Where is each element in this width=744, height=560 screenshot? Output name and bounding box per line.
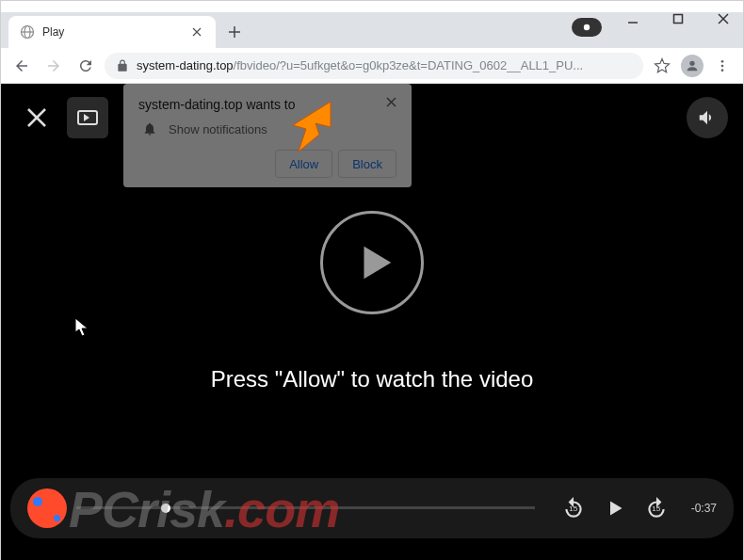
nav-forward-button[interactable] xyxy=(40,53,67,79)
svg-marker-21 xyxy=(84,114,89,121)
skip-back-label: 15 xyxy=(569,504,577,513)
profile-avatar-button[interactable] xyxy=(681,55,704,77)
notification-overlay xyxy=(123,84,412,195)
svg-marker-23 xyxy=(610,502,623,516)
svg-marker-22 xyxy=(364,247,392,280)
play-button[interactable] xyxy=(603,496,627,520)
url-domain: system-dating.top xyxy=(137,58,234,72)
svg-point-13 xyxy=(721,60,724,63)
player-logo-icon xyxy=(27,488,67,528)
browser-tab-play[interactable]: Play xyxy=(8,16,216,48)
big-play-button[interactable] xyxy=(320,211,424,314)
svg-point-15 xyxy=(721,69,724,72)
svg-point-11 xyxy=(584,24,590,30)
window-controls xyxy=(621,7,736,31)
cursor-icon xyxy=(74,317,89,338)
skip-forward-button[interactable]: 15 xyxy=(644,496,669,520)
progress-slider[interactable] xyxy=(76,506,535,510)
page-content: system-dating.top wants to Show notifica… xyxy=(1,84,743,560)
theater-mode-button[interactable] xyxy=(67,97,108,138)
skip-forward-label: 15 xyxy=(652,504,660,513)
volume-button[interactable] xyxy=(687,97,728,138)
globe-icon xyxy=(20,24,35,40)
nav-back-button[interactable] xyxy=(8,53,35,79)
browser-window: Play system-dating.top/fbvideo/?u=5uf xyxy=(0,0,744,560)
svg-point-12 xyxy=(689,60,694,65)
player-top-left xyxy=(16,97,108,138)
svg-rect-1 xyxy=(674,15,683,24)
player-bottom-bar: 15 15 -0:37 xyxy=(10,478,734,538)
new-tab-button[interactable] xyxy=(221,19,248,45)
pointer-arrow-icon xyxy=(283,97,349,163)
time-remaining: -0:37 xyxy=(691,502,717,515)
url-path: /fbvideo/?u=5ufkget&o=g0kp3ze&t=DATING_0… xyxy=(234,58,584,72)
window-close-button[interactable] xyxy=(711,7,736,31)
tab-title: Play xyxy=(42,25,182,39)
browser-menu-button[interactable] xyxy=(709,53,736,79)
skip-back-button[interactable]: 15 xyxy=(561,496,586,520)
allow-prompt-text: Press "Allow" to watch the video xyxy=(1,366,743,392)
bookmark-star-button[interactable] xyxy=(649,53,675,79)
player-center-controls: 15 15 xyxy=(561,496,669,520)
progress-track xyxy=(76,506,535,509)
window-maximize-button[interactable] xyxy=(666,7,690,31)
url-text: system-dating.top/fbvideo/?u=5ufkget&o=g… xyxy=(137,58,632,72)
window-minimize-button[interactable] xyxy=(621,7,645,31)
address-bar[interactable]: system-dating.top/fbvideo/?u=5ufkget&o=g… xyxy=(105,53,643,79)
progress-knob[interactable] xyxy=(161,504,170,513)
player-close-button[interactable] xyxy=(16,97,57,138)
media-pill-button[interactable] xyxy=(572,18,602,37)
browser-toolbar: system-dating.top/fbvideo/?u=5ufkget&o=g… xyxy=(1,48,743,84)
svg-point-14 xyxy=(721,64,724,67)
nav-reload-button[interactable] xyxy=(73,53,99,79)
lock-icon xyxy=(116,59,129,72)
tab-close-button[interactable] xyxy=(189,24,204,40)
